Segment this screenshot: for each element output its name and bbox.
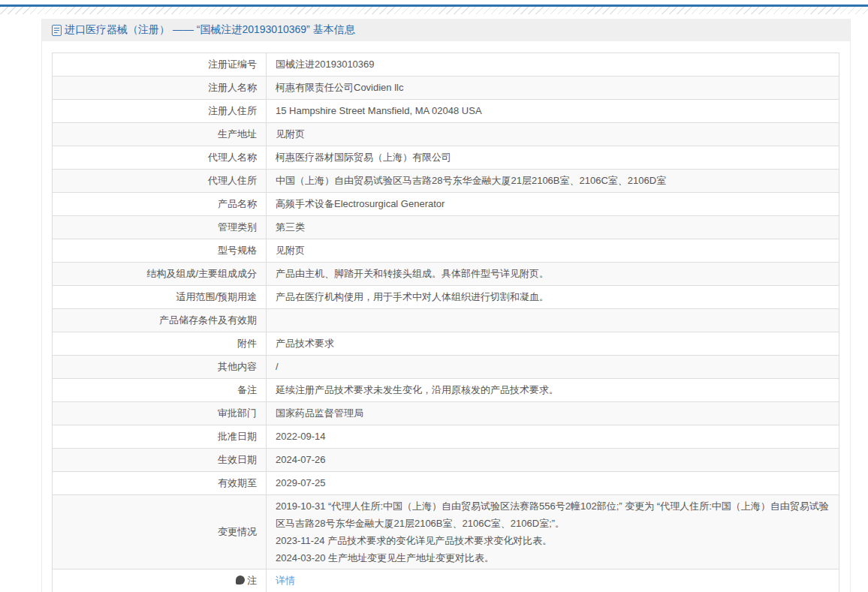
row-label: 备注: [53, 379, 267, 402]
table-row: 适用范围/预期用途产品在医疗机构使用，用于手术中对人体组织进行切割和凝血。: [53, 286, 839, 309]
table-row: 生产地址见附页: [53, 123, 839, 146]
row-value: 产品在医疗机构使用，用于手术中对人体组织进行切割和凝血。: [267, 286, 839, 309]
table-row: 有效期至2029-07-25: [53, 472, 839, 495]
table-row: 结构及组成/主要组成成分产品由主机、脚踏开关和转接头组成。具体部件型号详见附页。: [53, 263, 839, 286]
row-value: 延续注册产品技术要求未发生变化，沿用原核发的产品技术要求。: [267, 379, 839, 402]
row-value: [267, 309, 839, 332]
table-row: 注详情: [53, 569, 839, 592]
row-value: 产品由主机、脚踏开关和转接头组成。具体部件型号详见附页。: [267, 263, 839, 286]
document-icon: [52, 25, 62, 36]
table-row: 管理类别第三类: [53, 216, 839, 239]
row-value: 2022-09-14: [267, 425, 839, 449]
row-value: 详情: [267, 569, 839, 592]
row-value: 2024-07-26: [267, 449, 839, 472]
change-record-line: 2023-11-24 产品技术要求的变化详见产品技术要求变化对比表。: [276, 532, 830, 549]
row-label: 管理类别: [53, 216, 267, 239]
registration-table: 注册证编号国械注进20193010369注册人名称柯惠有限责任公司Covidie…: [52, 53, 839, 592]
table-row: 注册证编号国械注进20193010369: [53, 53, 839, 77]
table-row: 批准日期2022-09-14: [53, 425, 839, 449]
table-row: 变更情况2019-10-31 “代理人住所:中国（上海）自由贸易试验区法赛路55…: [53, 495, 839, 569]
content-panel: 进口医疗器械（注册） —— “国械注进20193010369” 基本信息 注册证…: [41, 19, 851, 592]
table-row: 产品储存条件及有效期: [53, 309, 839, 332]
row-value: 国械注进20193010369: [267, 53, 839, 77]
row-label: 批准日期: [53, 425, 267, 449]
row-value: 国家药品监督管理局: [267, 402, 839, 425]
table-row: 生效日期2024-07-26: [53, 449, 839, 472]
hatch-strip: [0, 7, 868, 14]
change-record-line: 2019-10-31 “代理人住所:中国（上海）自由贸易试验区法赛路556号2幢…: [276, 497, 830, 532]
page-title: 进口医疗器械（注册） —— “国械注进20193010369” 基本信息: [65, 23, 355, 37]
row-value: 见附页: [267, 123, 839, 146]
row-label: 适用范围/预期用途: [53, 286, 267, 309]
row-label: 注册人住所: [53, 100, 267, 123]
change-record-line: 2024-03-20 生产地址变更见生产地址变更对比表。: [276, 549, 830, 566]
row-label: 型号规格: [53, 239, 267, 263]
row-label: 代理人住所: [53, 170, 267, 193]
row-value: 柯惠医疗器材国际贸易（上海）有限公司: [267, 146, 839, 170]
row-value: /: [267, 356, 839, 379]
table-row: 产品名称高频手术设备Electrosurgical Generator: [53, 193, 839, 216]
row-label: 附件: [53, 332, 267, 356]
table-row: 型号规格见附页: [53, 239, 839, 263]
table-row: 备注延续注册产品技术要求未发生变化，沿用原核发的产品技术要求。: [53, 379, 839, 402]
row-label: 产品储存条件及有效期: [53, 309, 267, 332]
row-value: 高频手术设备Electrosurgical Generator: [267, 193, 839, 216]
note-icon: [236, 575, 245, 584]
details-link[interactable]: 详情: [276, 575, 295, 586]
table-row: 代理人住所中国（上海）自由贸易试验区马吉路28号东华金融大厦21层2106B室、…: [53, 170, 839, 193]
row-label: 注册人名称: [53, 77, 267, 100]
table-row: 代理人名称柯惠医疗器材国际贸易（上海）有限公司: [53, 146, 839, 170]
row-value: 第三类: [267, 216, 839, 239]
table-row: 其他内容/: [53, 356, 839, 379]
row-label: 有效期至: [53, 472, 267, 495]
row-label: 变更情况: [53, 495, 267, 569]
row-label: 产品名称: [53, 193, 267, 216]
row-value: 2019-10-31 “代理人住所:中国（上海）自由贸易试验区法赛路556号2幢…: [267, 495, 839, 569]
row-value: 见附页: [267, 239, 839, 263]
row-value: 产品技术要求: [267, 332, 839, 356]
row-value: 柯惠有限责任公司Covidien llc: [267, 77, 839, 100]
row-label: 注册证编号: [53, 53, 267, 77]
page-header: 进口医疗器械（注册） —— “国械注进20193010369” 基本信息: [42, 19, 850, 41]
row-value: 2029-07-25: [267, 472, 839, 495]
row-label: 其他内容: [53, 356, 267, 379]
row-value: 中国（上海）自由贸易试验区马吉路28号东华金融大厦21层2106B室、2106C…: [267, 170, 839, 193]
row-value: 15 Hampshire Street Mansfield, MA 02048 …: [267, 100, 839, 123]
row-label: 生效日期: [53, 449, 267, 472]
table-row: 审批部门国家药品监督管理局: [53, 402, 839, 425]
table-row: 附件产品技术要求: [53, 332, 839, 356]
table-row: 注册人住所15 Hampshire Street Mansfield, MA 0…: [53, 100, 839, 123]
row-label: 注: [53, 569, 267, 592]
row-label: 审批部门: [53, 402, 267, 425]
row-label: 生产地址: [53, 123, 267, 146]
page: 进口医疗器械（注册） —— “国械注进20193010369” 基本信息 注册证…: [0, 0, 868, 592]
registration-table-body: 注册证编号国械注进20193010369注册人名称柯惠有限责任公司Covidie…: [53, 53, 839, 592]
table-row: 注册人名称柯惠有限责任公司Covidien llc: [53, 77, 839, 100]
row-label: 代理人名称: [53, 146, 267, 170]
row-label: 结构及组成/主要组成成分: [53, 263, 267, 286]
